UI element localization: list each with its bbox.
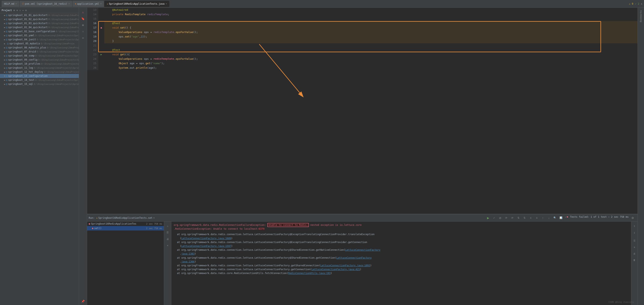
stack-link-4[interactable]: java:1383 [182,252,194,255]
code-editor[interactable]: 13 14 15 16 17 18 19 20 21 22 23 24 [87,8,638,214]
sidebar-item-springboot12[interactable]: ▶ ◫ springboot_12_hot_deploy D:\DingJiax… [0,70,79,74]
module-icon: ◫ [6,78,7,82]
sidebar-item-springboot05[interactable]: ▶ ◫ springboot_05_mybatis D:\DingJiaxion… [0,42,79,46]
stack-link-8[interactable]: LettuceConnectionFactory.java:421 [312,268,360,271]
stack-link-1[interactable]: LettuceConnectionFactory.java:1689 [182,237,231,240]
sidebar-item-springboot01-04[interactable]: ▶ ◫ springboot_01_04_quickstart D:\DingJ… [0,25,79,29]
ops-set: ops. [119,35,125,38]
module-icon: ◫ [6,34,7,37]
run-btns: ▶ ✓ ⊘ ⟳ ⟳ ⇅ ⇅ ≡ ≡ ↑ ↓ 🔍 📊 ·· ● [486,216,628,220]
code-line-25: Object age = ops.get("name"); [104,61,638,66]
tab-pom[interactable]: ⬡ pom.xml (springboot_16_redis) × [20,1,72,7]
run-up-btn[interactable]: ↑ [540,216,545,220]
sidebar-item-springboot08[interactable]: ▶ ◫ springboot_08_ssmp D:\DingJiaxiong\I… [0,54,79,58]
item-path: D:\DingJiaxiong\IdeaProjects\Spring [37,50,79,53]
sidebar-item-springboot11[interactable]: ▶ ◫ springboot_11_log D:\DingJiaxiong\Id… [0,66,79,70]
stack-link-6[interactable]: java:1366 [182,260,194,263]
terminal-tool-btn[interactable]: ⌨ [80,35,86,41]
run-tool-btn[interactable]: ⚠ [80,9,86,15]
sidebar-item-springboot10[interactable]: ▶ ◫ springboot_10_profiles D:\DingJiaxio… [0,62,79,66]
tab-application[interactable]: ◈ application.yml × [72,1,104,7]
error-line-1: org.springframework.data.redis.RedisConn… [174,223,628,227]
sidebar-item-springboot14[interactable]: ▶ ◫ springboot_14_test D:\DingJiaxiong\I… [0,78,79,82]
method-get: get [120,53,125,56]
module-icon: ◫ [6,26,7,29]
output-up-btn[interactable]: ↑ [632,223,637,229]
method-println: println [136,66,147,69]
output-print-btn[interactable]: 🖨 [632,251,637,256]
test-root-duration: 2 sec 758 ms [146,222,162,225]
sidebar-item-springboot15[interactable]: ▶ ◫ springboot_15_sql D:\DingJiaxiong\Id… [0,82,79,86]
sidebar-item-springboot03[interactable]: ▶ ◫ springboot_03_yaml D:\DingJiaxiong\I… [0,34,79,38]
run-rerun-fail-btn[interactable]: ⟳ [510,216,515,220]
bookmark-tool-btn[interactable]: 🔖 [80,16,86,22]
sidebar-item-springboot06[interactable]: ▶ ◫ springboot_06_mybatis_plus D:\DingJi… [0,46,79,50]
tab-help[interactable]: HELP.md × [2,1,19,7]
code-indent [106,30,119,34]
output-down-btn[interactable]: ↓ [632,230,637,235]
stack-link-3[interactable]: LettuceConnectionFactory [345,248,380,251]
run-play-btn[interactable]: ▶ [486,216,490,220]
arrow-icon: ▶ [4,46,5,49]
sidebar-item-springboot13[interactable]: ▼ ◫ springboot_13_configuration D:\DingJ… [0,74,79,78]
arrow-icon: ▶ [4,51,5,53]
run-search-btn[interactable]: 🔍 [552,216,557,220]
tab-help-label: HELP.md [4,2,14,5]
run-down-btn[interactable]: ↓ [546,216,551,220]
item-name: springboot_04_junit [8,38,36,41]
tool-close-btn[interactable]: ✕ [165,242,170,248]
tool-filter-btn[interactable]: ☰ [165,230,170,235]
run-gutter-23[interactable]: ▶ [98,52,104,57]
sidebar-item-springboot01-02[interactable]: ▶ ◫ springboot_01_02_quickstart D:\DingJ… [0,17,79,21]
test-tree-set[interactable]: ● set() 2 sec 758 ms [87,226,164,230]
stack-link-5[interactable]: LettuceConnectionFactory [336,256,372,259]
code-indent [106,26,112,29]
paren-name: ( [150,62,152,65]
code-line-23: void get(){ [104,52,638,57]
line-num-23: 23 [87,52,98,57]
line-num-16: 16 [87,21,98,26]
run-close-btn[interactable]: × [153,216,155,219]
sidebar-item-springboot09[interactable]: ▶ ◫ springboot_09_config D:\DingJiaxiong… [0,58,79,62]
run-stop-btn[interactable]: ⊘ [498,216,503,220]
collapse-btn[interactable]: ∧ [641,2,642,5]
run-rerun-btn[interactable]: ⟳ [504,216,509,220]
tool-print-btn[interactable]: 🖨 [165,236,170,242]
run-align-btn[interactable]: ≡ [528,216,533,220]
run-output: org.springframework.data.redis.RedisConn… [171,222,631,305]
git-tool-btn[interactable]: ⑂ [80,29,86,34]
module-icon: ◫ [6,70,7,73]
test-tree-root[interactable]: ● Springboot16RedisApplicationTes 2 sec … [87,222,164,226]
stack-link-7[interactable]: LettuceConnectionFactory.java:1093 [320,264,370,267]
run-gutter-17[interactable]: ● [98,26,104,30]
pin-tool-btn[interactable]: 📌 [80,298,86,304]
output-filter-btn[interactable]: ☰ [632,238,637,244]
run-align2-btn[interactable]: ≡ [534,216,539,220]
tab-application-close[interactable]: × [100,3,102,5]
sidebar-item-springboot04[interactable]: ▶ ◫ springboot_04_junit D:\DingJiaxiong\… [0,38,79,42]
item-path: D:\DingJiaxiong\IdeaProjects\Spri [38,58,79,61]
tab-test-close[interactable]: × [166,3,167,5]
stack-link-2[interactable]: LettuceConnectionFactory.java:1597 [182,245,231,248]
structure-tool-btn[interactable]: ⊞ [80,22,86,28]
right-panel-tools: ↑ ↓ ☰ ⇅ 🖨 🗑 [631,222,638,305]
sidebar-item-springboot02[interactable]: ▶ ◫ springboot_02_base_configuration D:\… [0,29,79,34]
run-sort2-btn[interactable]: ⇅ [522,216,527,220]
line-num-14: 14 [87,12,98,16]
output-trash-btn[interactable]: 🗑 [632,257,637,263]
tab-help-close[interactable]: × [16,3,17,5]
sidebar-item-springboot07[interactable]: ▶ ◫ springboot_07_druid D:\DingJiaxiong\… [0,50,79,54]
module-icon: ◫ [6,74,7,77]
semicolon: ; [168,13,169,16]
run-chart-btn[interactable]: 📊 [558,216,564,220]
tab-test[interactable]: ☕ Springboot16RedisApplicationTests.java… [104,1,169,7]
output-sort-btn[interactable]: ⇅ [632,244,637,250]
sidebar-item-springboot01-01[interactable]: ▶ ◫ springboot_01_01_quickstart D:\DingJ… [0,13,79,17]
stack-link-9[interactable]: RedisConnectionUtils.java:193 [288,272,331,274]
tool-stack-btn[interactable]: ⚠ [165,223,170,229]
run-sort-btn[interactable]: ⇅ [516,216,521,220]
tab-pom-close[interactable]: × [68,3,70,5]
run-check-btn[interactable]: ✓ [492,216,496,220]
sidebar-item-springboot01-03[interactable]: ▶ ◫ springboot_01_03_quickstart D:\DingJ… [0,21,79,25]
run-settings-btn[interactable]: ⚙ [630,216,635,220]
